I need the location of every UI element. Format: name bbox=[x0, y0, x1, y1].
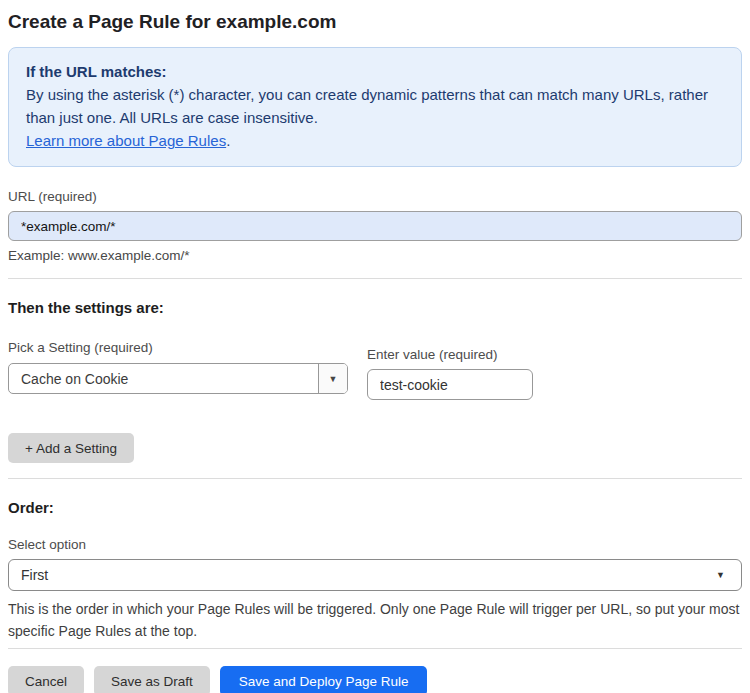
order-select-value: First bbox=[21, 567, 48, 583]
order-helper-text: This is the order in which your Page Rul… bbox=[8, 598, 742, 642]
page-title: Create a Page Rule for example.com bbox=[8, 10, 742, 34]
footer-actions: Cancel Save as Draft Save and Deploy Pag… bbox=[8, 666, 742, 693]
setting-row: Pick a Setting (required) Cache on Cooki… bbox=[8, 339, 742, 400]
divider bbox=[8, 648, 742, 649]
cancel-button[interactable]: Cancel bbox=[8, 666, 84, 693]
info-box-body: By using the asterisk (*) character, you… bbox=[26, 83, 724, 129]
divider bbox=[8, 278, 742, 279]
url-input[interactable] bbox=[8, 211, 742, 241]
url-match-info-box: If the URL matches: By using the asteris… bbox=[8, 47, 742, 167]
info-box-heading: If the URL matches: bbox=[26, 60, 724, 83]
order-select[interactable]: First ▼ bbox=[8, 559, 742, 591]
setting-dropdown[interactable]: Cache on Cookie ▼ bbox=[8, 363, 348, 394]
setting-value-input[interactable] bbox=[367, 369, 533, 400]
info-link-line: Learn more about Page Rules. bbox=[26, 129, 724, 152]
add-setting-button[interactable]: + Add a Setting bbox=[8, 433, 134, 463]
order-section-heading: Order: bbox=[8, 499, 742, 517]
url-example-helper: Example: www.example.com/* bbox=[8, 247, 742, 264]
setting-dropdown-value: Cache on Cookie bbox=[9, 364, 318, 393]
save-and-deploy-button[interactable]: Save and Deploy Page Rule bbox=[220, 666, 428, 693]
save-as-draft-button[interactable]: Save as Draft bbox=[94, 666, 210, 693]
url-field-label: URL (required) bbox=[8, 188, 742, 205]
order-select-label: Select option bbox=[8, 536, 742, 553]
dropdown-arrow-icon: ▼ bbox=[329, 374, 338, 384]
setting-value-label: Enter value (required) bbox=[367, 346, 533, 363]
setting-dropdown-arrow-button[interactable]: ▼ bbox=[318, 364, 347, 393]
learn-more-link[interactable]: Learn more about Page Rules bbox=[26, 132, 226, 149]
divider bbox=[8, 478, 742, 479]
setting-picker-column: Pick a Setting (required) Cache on Cooki… bbox=[8, 339, 348, 394]
setting-value-column: Enter value (required) bbox=[367, 346, 533, 400]
setting-picker-label: Pick a Setting (required) bbox=[8, 339, 348, 356]
select-arrow-icon: ▼ bbox=[716, 570, 725, 580]
link-suffix: . bbox=[226, 132, 230, 149]
page-rule-form: Create a Page Rule for example.com If th… bbox=[0, 10, 750, 693]
settings-section-heading: Then the settings are: bbox=[8, 299, 742, 317]
